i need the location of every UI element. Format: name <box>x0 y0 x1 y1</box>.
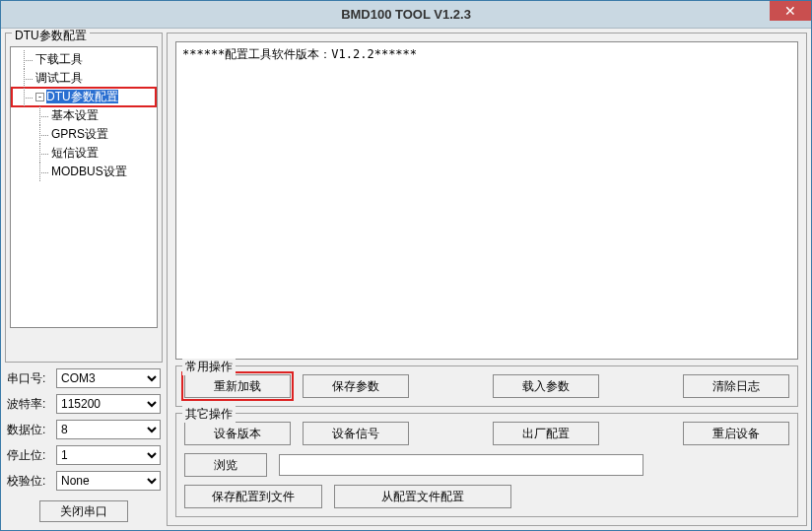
tree-group-label: DTU参数配置 <box>12 29 90 42</box>
content-area: DTU参数配置 下载工具调试工具-DTU参数配置基本设置GPRS设置短信设置MO… <box>1 29 811 530</box>
parity-select[interactable]: None <box>56 471 161 491</box>
port-label: 串口号: <box>7 370 52 387</box>
tree-item[interactable]: 下载工具 <box>12 50 156 69</box>
close-port-button[interactable]: 关闭串口 <box>39 500 128 522</box>
tree-item[interactable]: 基本设置 <box>12 106 156 125</box>
tree-item[interactable]: MODBUS设置 <box>12 163 156 181</box>
close-icon[interactable]: ✕ <box>770 1 811 21</box>
tree-item-label: 短信设置 <box>51 146 99 160</box>
tree-group: DTU参数配置 下载工具调试工具-DTU参数配置基本设置GPRS设置短信设置MO… <box>5 33 163 363</box>
factory-config-button[interactable]: 出厂配置 <box>493 422 599 445</box>
nav-tree[interactable]: 下载工具调试工具-DTU参数配置基本设置GPRS设置短信设置MODBUS设置 <box>10 46 158 328</box>
window-title: BMD100 TOOL V1.2.3 <box>1 7 811 22</box>
tree-item-label: 基本设置 <box>51 108 99 122</box>
tree-item-label: 调试工具 <box>35 71 83 85</box>
parity-label: 校验位: <box>7 473 52 490</box>
left-panel: DTU参数配置 下载工具调试工具-DTU参数配置基本设置GPRS设置短信设置MO… <box>5 33 163 526</box>
load-config-file-button[interactable]: 从配置文件配置 <box>334 485 511 508</box>
tree-item-label: MODBUS设置 <box>51 165 127 178</box>
baud-label: 波特率: <box>7 396 52 413</box>
restart-device-button[interactable]: 重启设备 <box>683 422 789 445</box>
databits-select[interactable]: 8 <box>56 420 161 439</box>
browse-button[interactable]: 浏览 <box>184 453 267 477</box>
tree-item[interactable]: 调试工具 <box>12 69 156 88</box>
port-select[interactable]: COM3 <box>56 368 161 388</box>
device-version-button[interactable]: 设备版本 <box>184 422 291 445</box>
device-signal-button[interactable]: 设备信号 <box>303 422 409 445</box>
stopbits-select[interactable]: 1 <box>56 445 161 465</box>
common-ops-group: 常用操作 重新加载 保存参数 载入参数 清除日志 <box>175 365 798 407</box>
baud-select[interactable]: 115200 <box>56 394 161 414</box>
log-area[interactable]: ******配置工具软件版本：V1.2.2****** <box>175 41 798 360</box>
main-window: BMD100 TOOL V1.2.3 ✕ DTU参数配置 下载工具调试工具-DT… <box>0 0 812 531</box>
other-ops-label: 其它操作 <box>182 406 236 423</box>
common-ops-label: 常用操作 <box>182 359 236 375</box>
save-params-button[interactable]: 保存参数 <box>303 374 409 398</box>
tree-item-label: GPRS设置 <box>51 127 108 141</box>
reload-button[interactable]: 重新加载 <box>184 374 291 398</box>
file-path-input[interactable] <box>279 454 643 476</box>
serial-settings: 串口号: COM3 波特率: 115200 数据位: 8 停止位: 1 校验位: <box>5 366 163 526</box>
tree-item[interactable]: 短信设置 <box>12 144 156 163</box>
collapse-icon[interactable]: - <box>35 93 44 101</box>
tree-item-label: DTU参数配置 <box>46 90 118 103</box>
save-config-file-button[interactable]: 保存配置到文件 <box>184 485 322 508</box>
tree-item[interactable]: -DTU参数配置 <box>12 88 156 106</box>
clear-log-button[interactable]: 清除日志 <box>683 374 789 398</box>
titlebar: BMD100 TOOL V1.2.3 ✕ <box>1 1 811 29</box>
right-panel: ******配置工具软件版本：V1.2.2****** 常用操作 重新加载 保存… <box>167 33 807 526</box>
tree-item[interactable]: GPRS设置 <box>12 125 156 144</box>
tree-item-label: 下载工具 <box>35 52 83 66</box>
databits-label: 数据位: <box>7 422 52 438</box>
other-ops-group: 其它操作 设备版本 设备信号 出厂配置 重启设备 浏览 保存配置到文件 从配置文… <box>175 413 798 517</box>
load-params-button[interactable]: 载入参数 <box>493 374 599 398</box>
stopbits-label: 停止位: <box>7 447 52 464</box>
